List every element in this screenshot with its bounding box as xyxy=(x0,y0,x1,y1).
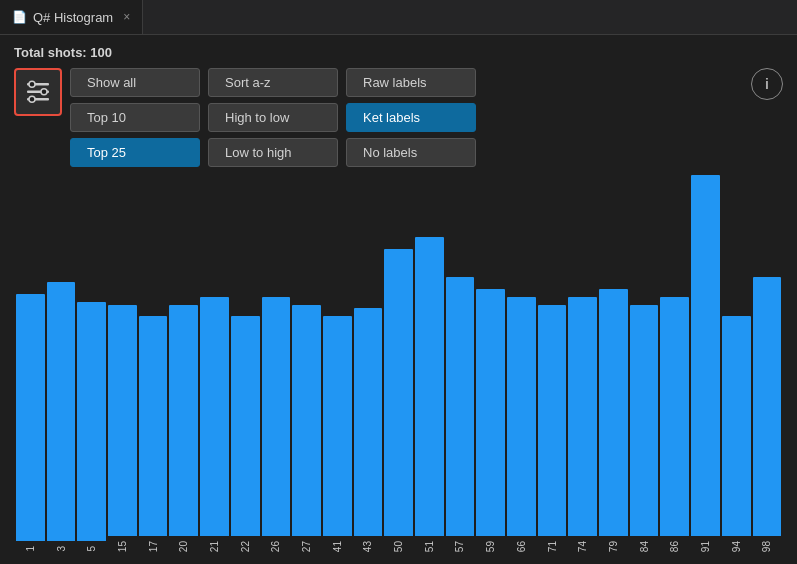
bar-label: 94 xyxy=(731,539,742,554)
histogram-bar xyxy=(415,237,444,536)
filter-button-group: Show all Top 10 Top 25 xyxy=(70,68,200,167)
info-button[interactable]: i xyxy=(751,68,783,100)
histogram-bar xyxy=(476,289,505,536)
bar-label: 5 xyxy=(86,544,97,554)
bar-label: 98 xyxy=(761,539,772,554)
svg-point-5 xyxy=(29,96,35,102)
bar-label: 22 xyxy=(240,539,251,554)
bar-wrapper: 3 xyxy=(47,175,76,554)
bar-label: 66 xyxy=(516,539,527,554)
bar-wrapper: 22 xyxy=(231,175,260,554)
histogram-bar xyxy=(507,297,536,536)
bar-wrapper: 57 xyxy=(446,175,475,554)
bar-label: 1 xyxy=(25,544,36,554)
bar-wrapper: 94 xyxy=(722,175,751,554)
bar-wrapper: 20 xyxy=(169,175,198,554)
svg-point-4 xyxy=(41,89,47,95)
bar-wrapper: 43 xyxy=(354,175,383,554)
bar-wrapper: 66 xyxy=(507,175,536,554)
tab-histogram[interactable]: 📄 Q# Histogram × xyxy=(0,0,143,34)
bar-label: 79 xyxy=(608,539,619,554)
histogram-bar xyxy=(722,316,751,535)
histogram-bar xyxy=(538,305,567,536)
high-to-low-button[interactable]: High to low xyxy=(208,103,338,132)
tab-close-button[interactable]: × xyxy=(123,10,130,24)
bar-wrapper: 17 xyxy=(139,175,168,554)
histogram-bar xyxy=(262,297,291,536)
bar-wrapper: 79 xyxy=(599,175,628,554)
histogram-bar xyxy=(323,316,352,535)
bar-label: 43 xyxy=(362,539,373,554)
bar-label: 71 xyxy=(547,539,558,554)
bar-wrapper: 98 xyxy=(753,175,782,554)
main-content: Total shots: 100 Show all Top 10 Top 25 … xyxy=(0,35,797,564)
histogram-bar xyxy=(231,316,260,535)
bar-wrapper: 15 xyxy=(108,175,137,554)
histogram-bars: 1351517202122262741435051575966717479848… xyxy=(14,175,783,554)
bar-wrapper: 86 xyxy=(660,175,689,554)
histogram-bar xyxy=(292,305,321,536)
bar-label: 84 xyxy=(639,539,650,554)
bar-wrapper: 5 xyxy=(77,175,106,554)
tab-label: Q# Histogram xyxy=(33,10,113,25)
bar-label: 20 xyxy=(178,539,189,554)
controls-row: Show all Top 10 Top 25 Sort a-z High to … xyxy=(14,68,783,167)
raw-labels-button[interactable]: Raw labels xyxy=(346,68,476,97)
top-25-button[interactable]: Top 25 xyxy=(70,138,200,167)
bar-wrapper: 41 xyxy=(323,175,352,554)
histogram-bar xyxy=(108,305,137,536)
total-shots-label: Total shots: 100 xyxy=(14,45,783,60)
bar-wrapper: 59 xyxy=(476,175,505,554)
low-to-high-button[interactable]: Low to high xyxy=(208,138,338,167)
bar-wrapper: 84 xyxy=(630,175,659,554)
histogram-bar xyxy=(16,294,45,541)
bar-wrapper: 91 xyxy=(691,175,720,554)
sort-az-button[interactable]: Sort a-z xyxy=(208,68,338,97)
bar-label: 17 xyxy=(148,539,159,554)
histogram-bar xyxy=(599,289,628,536)
bar-label: 41 xyxy=(332,539,343,554)
ket-labels-button[interactable]: Ket labels xyxy=(346,103,476,132)
no-labels-button[interactable]: No labels xyxy=(346,138,476,167)
sort-button-group: Sort a-z High to low Low to high xyxy=(208,68,338,167)
bar-label: 91 xyxy=(700,539,711,554)
top-10-button[interactable]: Top 10 xyxy=(70,103,200,132)
histogram-bar xyxy=(691,175,720,536)
bar-wrapper: 74 xyxy=(568,175,597,554)
histogram-bar xyxy=(660,297,689,536)
histogram-bar xyxy=(139,316,168,535)
bar-label: 59 xyxy=(485,539,496,554)
bar-label: 15 xyxy=(117,539,128,554)
bar-label: 50 xyxy=(393,539,404,554)
show-all-button[interactable]: Show all xyxy=(70,68,200,97)
histogram-bar xyxy=(200,297,229,536)
tab-document-icon: 📄 xyxy=(12,10,27,24)
histogram-bar xyxy=(568,297,597,536)
histogram-bar xyxy=(446,277,475,536)
histogram-bar xyxy=(77,302,106,541)
chart-area: 1351517202122262741435051575966717479848… xyxy=(14,175,783,554)
filter-icon-button[interactable] xyxy=(14,68,62,116)
histogram-bar xyxy=(753,277,782,536)
bar-label: 3 xyxy=(56,544,67,554)
bar-wrapper: 51 xyxy=(415,175,444,554)
bar-label: 74 xyxy=(577,539,588,554)
histogram-bar xyxy=(169,305,198,536)
bar-wrapper: 50 xyxy=(384,175,413,554)
bar-label: 21 xyxy=(209,539,220,554)
histogram-bar xyxy=(384,249,413,536)
histogram-bar xyxy=(630,305,659,536)
bar-wrapper: 21 xyxy=(200,175,229,554)
bar-wrapper: 71 xyxy=(538,175,567,554)
svg-point-3 xyxy=(29,81,35,87)
bar-wrapper: 26 xyxy=(262,175,291,554)
bar-label: 86 xyxy=(669,539,680,554)
bar-wrapper: 1 xyxy=(16,175,45,554)
histogram-bar xyxy=(47,282,76,541)
bar-label: 57 xyxy=(454,539,465,554)
bar-label: 27 xyxy=(301,539,312,554)
histogram-bar xyxy=(354,308,383,535)
filter-icon xyxy=(24,78,52,106)
label-button-group: Raw labels Ket labels No labels xyxy=(346,68,476,167)
bar-label: 51 xyxy=(424,539,435,554)
